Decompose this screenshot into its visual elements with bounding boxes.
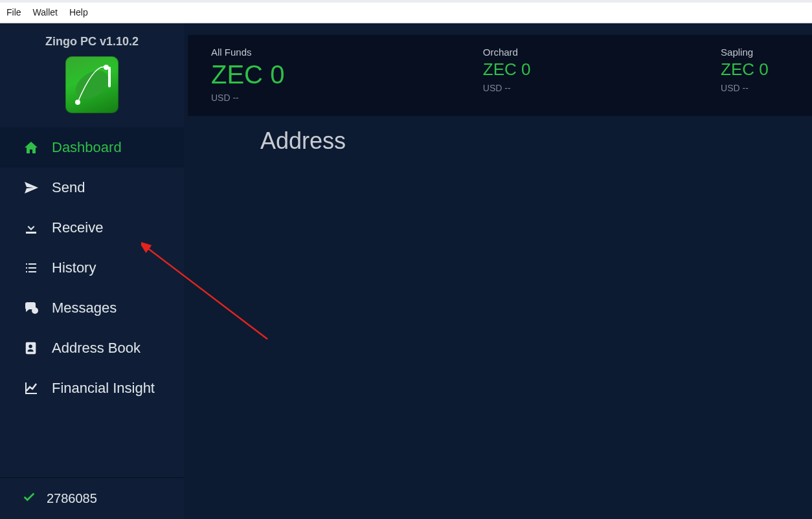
list-icon xyxy=(22,260,40,276)
balance-label: Sapling xyxy=(721,47,789,58)
sidebar: Zingo PC v1.10.2 Dashboard xyxy=(0,23,184,519)
check-icon xyxy=(22,490,36,507)
svg-rect-3 xyxy=(108,67,111,87)
svg-point-0 xyxy=(71,65,114,105)
sidebar-item-label: Dashboard xyxy=(52,139,122,156)
balances-panel: All Funds ZEC 0 USD -- Orchard ZEC 0 USD… xyxy=(188,35,812,116)
send-icon xyxy=(22,180,40,195)
sidebar-item-send[interactable]: Send xyxy=(0,168,184,208)
balance-usd: USD -- xyxy=(211,93,483,103)
home-icon xyxy=(22,140,40,155)
svg-point-4 xyxy=(32,307,38,314)
balance-orchard: Orchard ZEC 0 USD -- xyxy=(483,47,721,103)
sidebar-item-label: Messages xyxy=(52,300,117,316)
block-height: 2786085 xyxy=(47,491,97,506)
address-section-title: Address xyxy=(184,116,812,155)
menu-help[interactable]: Help xyxy=(69,7,88,17)
sidebar-item-messages[interactable]: Messages xyxy=(0,288,184,328)
balance-usd: USD -- xyxy=(483,83,721,93)
menu-wallet[interactable]: Wallet xyxy=(33,7,58,17)
menubar: File Wallet Help xyxy=(0,0,812,23)
balance-label: Orchard xyxy=(483,47,721,58)
balance-usd: USD -- xyxy=(721,83,789,93)
addressbook-icon xyxy=(22,340,40,356)
sidebar-item-label: History xyxy=(52,260,96,276)
balance-sapling: Sapling ZEC 0 USD -- xyxy=(721,47,789,103)
balance-amount: ZEC 0 xyxy=(483,60,721,79)
nav: Dashboard Send Receive History xyxy=(0,127,184,408)
chat-icon xyxy=(22,300,40,316)
app-title: Zingo PC v1.10.2 xyxy=(0,35,184,49)
download-icon xyxy=(22,220,40,236)
sidebar-item-label: Financial Insight xyxy=(52,380,155,397)
status-bar: 2786085 xyxy=(0,477,184,519)
sidebar-item-dashboard[interactable]: Dashboard xyxy=(0,127,184,168)
sidebar-item-financial-insight[interactable]: Financial Insight xyxy=(0,368,184,408)
logo-wrap xyxy=(0,56,184,113)
sidebar-item-receive[interactable]: Receive xyxy=(0,208,184,248)
balance-amount: ZEC 0 xyxy=(721,60,789,79)
sidebar-item-history[interactable]: History xyxy=(0,248,184,288)
menu-file[interactable]: File xyxy=(6,7,21,17)
balance-all-funds: All Funds ZEC 0 USD -- xyxy=(211,47,483,103)
app-container: Zingo PC v1.10.2 Dashboard xyxy=(0,23,812,519)
balance-amount: ZEC 0 xyxy=(211,60,483,89)
sidebar-item-label: Receive xyxy=(52,219,103,236)
main-content: All Funds ZEC 0 USD -- Orchard ZEC 0 USD… xyxy=(184,23,812,519)
sidebar-item-label: Send xyxy=(52,179,85,196)
balance-label: All Funds xyxy=(211,47,483,58)
sidebar-item-label: Address Book xyxy=(52,340,141,357)
chart-icon xyxy=(22,381,40,396)
sidebar-item-addressbook[interactable]: Address Book xyxy=(0,328,184,368)
app-logo xyxy=(65,56,118,113)
